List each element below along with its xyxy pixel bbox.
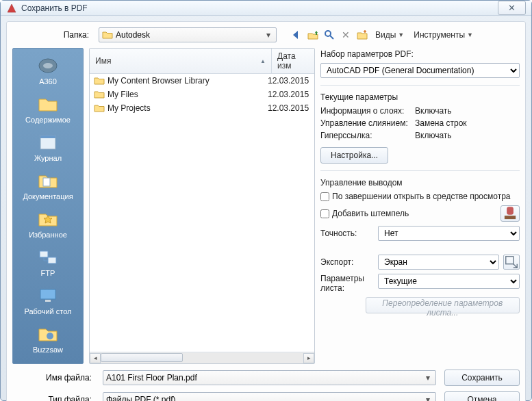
divider	[320, 170, 520, 171]
divider	[320, 85, 520, 86]
add-stamp-checkbox[interactable]	[320, 209, 329, 218]
place-content[interactable]: Содержимое	[13, 91, 83, 129]
scroll-thumb[interactable]	[101, 353, 183, 362]
current-params-grid: Информация о слоях: Включать Управление …	[320, 106, 520, 140]
titlebar: Сохранить в PDF ✕	[1, 1, 531, 16]
sheet-params-label: Параметры листа:	[320, 274, 374, 293]
scroll-track[interactable]	[101, 353, 303, 363]
folder-icon	[102, 29, 113, 40]
place-desktop[interactable]: Рабочий стол	[13, 283, 83, 321]
folder-icon	[94, 75, 105, 86]
place-favorites[interactable]: Избранное	[13, 206, 83, 244]
settings-button[interactable]: Настройка...	[320, 147, 388, 164]
stamp-settings-button[interactable]	[501, 205, 520, 222]
file-name: My Files	[107, 90, 268, 99]
svg-rect-12	[505, 216, 516, 219]
place-label: A360	[39, 77, 57, 86]
location-combo[interactable]: Autodesk ▾	[99, 27, 277, 42]
svg-rect-6	[40, 251, 48, 257]
ftp-icon	[36, 247, 60, 268]
file-rows[interactable]: My Content Browser Library 12.03.2015 My…	[90, 74, 314, 352]
scroll-right-arrow[interactable]: ▸	[303, 353, 314, 363]
views-menu[interactable]: Виды ▼	[372, 30, 407, 40]
bottom-section: Имя файла: A101 First Floor Plan.pdf ▾ С…	[12, 370, 520, 401]
svg-rect-5	[43, 178, 50, 186]
stamp-icon	[501, 205, 519, 222]
preset-select[interactable]: AutoCAD PDF (General Documentation)	[320, 63, 520, 78]
dialog-body: Папка: Autodesk ▾ ✕	[6, 21, 526, 401]
location-name: Autodesk	[116, 30, 264, 40]
column-header-name[interactable]: Имя ▲	[90, 49, 272, 73]
window-select-icon	[504, 255, 519, 270]
favorites-icon	[36, 209, 60, 229]
pdf-options-panel: Набор параметров PDF: AutoCAD PDF (Gener…	[320, 48, 520, 364]
layer-info-label: Информация о слоях:	[320, 106, 409, 116]
filename-value: A101 First Floor Plan.pdf	[106, 373, 423, 383]
delete-icon[interactable]: ✕	[340, 29, 352, 41]
file-date: 12.03.2015	[268, 103, 310, 113]
svg-rect-11	[507, 207, 514, 214]
close-button[interactable]: ✕	[498, 1, 526, 15]
folder-label: Папка:	[12, 30, 94, 40]
folder-icon	[36, 94, 60, 114]
search-icon[interactable]	[323, 29, 335, 41]
place-label: Содержимое	[25, 116, 71, 124]
col-date-label: Дата изм	[277, 51, 309, 70]
folder-icon	[94, 103, 105, 114]
precision-select[interactable]: Нет	[378, 226, 520, 241]
svg-rect-13	[506, 257, 514, 264]
up-icon[interactable]	[307, 29, 319, 41]
filename-combo[interactable]: A101 First Floor Plan.pdf ▾	[103, 370, 436, 385]
save-button[interactable]: Сохранить	[444, 370, 520, 386]
hyperlink-label: Гиперссылка:	[320, 131, 409, 140]
filetype-combo[interactable]: Файлы PDF (*.pdf) ▾	[103, 392, 436, 401]
place-docs[interactable]: Документация	[13, 168, 83, 206]
window-title: Сохранить в PDF	[21, 3, 498, 13]
places-bar: A360 Содержимое Журнал	[12, 48, 84, 364]
list-item[interactable]: My Content Browser Library 12.03.2015	[90, 74, 314, 88]
sheet-params-row: Параметры листа: Текущие	[320, 274, 520, 293]
place-label: Документация	[23, 192, 73, 200]
file-name: My Projects	[107, 103, 268, 113]
docs-icon	[36, 170, 60, 191]
tools-menu[interactable]: Инструменты ▼	[411, 30, 476, 40]
chevron-down-icon: ▾	[423, 395, 433, 401]
buzzsaw-icon	[36, 324, 60, 344]
place-a360[interactable]: A360	[13, 53, 83, 91]
cancel-button[interactable]: Отмена	[444, 391, 520, 401]
svg-point-10	[47, 333, 53, 339]
open-in-viewer-checkbox[interactable]	[320, 192, 329, 201]
place-label: Buzzsaw	[33, 346, 63, 354]
sheet-params-override-button: Переопределение параметров листа...	[366, 297, 520, 313]
folder-icon	[94, 89, 105, 100]
filetype-value: Файлы PDF (*.pdf)	[106, 395, 423, 401]
scroll-left-arrow[interactable]: ◂	[90, 353, 101, 363]
new-folder-icon[interactable]	[356, 29, 368, 41]
list-item[interactable]: My Projects 12.03.2015	[90, 101, 314, 115]
export-select[interactable]: Экран	[378, 255, 499, 270]
horizontal-scrollbar[interactable]: ◂ ▸	[90, 352, 314, 363]
place-buzzsaw[interactable]: Buzzsaw	[13, 321, 83, 359]
file-name: My Content Browser Library	[107, 76, 268, 86]
sheet-params-select[interactable]: Текущие	[378, 274, 520, 289]
app-icon	[6, 3, 17, 14]
list-item[interactable]: My Files 12.03.2015	[90, 88, 314, 101]
export-label: Экспорт:	[320, 257, 374, 267]
chevron-down-icon: ▾	[264, 30, 273, 40]
precision-label: Точность:	[320, 229, 374, 238]
chevron-down-icon: ▼	[398, 31, 404, 38]
save-as-pdf-window: Сохранить в PDF ✕ Папка: Autodesk ▾	[0, 0, 532, 401]
export-window-button[interactable]	[503, 255, 520, 270]
chevron-down-icon: ▾	[423, 373, 433, 383]
column-header-date[interactable]: Дата изм	[272, 49, 314, 73]
back-icon[interactable]	[290, 29, 303, 41]
file-list-header: Имя ▲ Дата изм	[90, 49, 314, 74]
place-ftp[interactable]: FTP	[13, 244, 83, 283]
place-journal[interactable]: Журнал	[13, 129, 83, 168]
svg-point-0	[325, 31, 331, 36]
current-params-heading: Текущие параметры	[320, 92, 520, 102]
layer-info-value: Включать	[415, 106, 520, 116]
open-in-viewer-label: По завершении открыть в средстве просмот…	[332, 192, 511, 201]
desktop-icon	[36, 285, 60, 306]
body-row: A360 Содержимое Журнал	[12, 48, 520, 364]
